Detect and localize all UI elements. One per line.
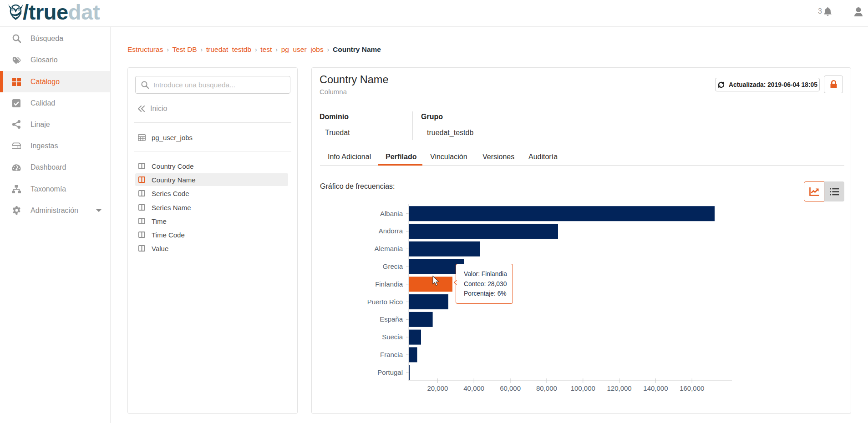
svg-text:Alemania: Alemania [374,245,403,252]
svg-text:20,000: 20,000 [427,384,448,392]
svg-text:Puerto Rico: Puerto Rico [367,298,403,306]
svg-text:Grecia: Grecia [383,262,403,270]
svg-text:140,000: 140,000 [643,384,668,392]
svg-text:Albania: Albania [380,210,403,217]
svg-text:Finlandia: Finlandia [375,280,403,288]
svg-text:Portugal: Portugal [377,368,403,376]
svg-text:Suecia: Suecia [382,333,403,341]
svg-text:120,000: 120,000 [607,384,631,392]
svg-text:Francia: Francia [380,351,403,358]
svg-text:80,000: 80,000 [536,384,557,392]
svg-text:100,000: 100,000 [571,384,595,392]
svg-text:España: España [380,315,403,323]
svg-text:160,000: 160,000 [680,384,704,392]
svg-text:40,000: 40,000 [463,384,484,392]
svg-text:Andorra: Andorra [379,227,403,235]
svg-text:60,000: 60,000 [500,384,521,392]
